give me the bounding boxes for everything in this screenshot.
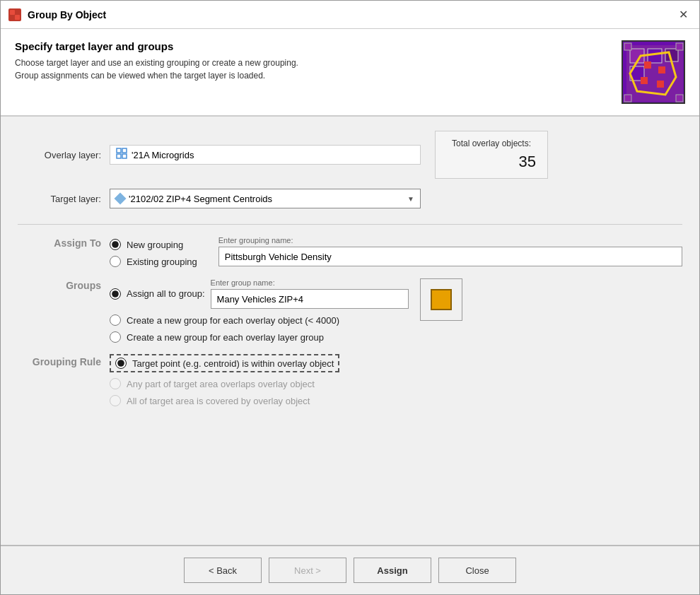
target-layer-label: Target layer: [18, 194, 110, 204]
svg-rect-14 [641, 77, 648, 84]
groups-section: Groups Assign all to group: Enter group … [18, 278, 682, 343]
header-image [622, 40, 685, 104]
chevron-down-icon: ▼ [407, 195, 414, 203]
overlay-count-box: Total overlay objects: 35 [435, 131, 548, 179]
new-layer-group-label[interactable]: Create a new group for each overlay laye… [127, 332, 324, 343]
main-content: Overlay layer: '21A Microgrids Total ove… [1, 117, 699, 545]
new-layer-group-radio-row: Create a new group for each overlay laye… [110, 331, 409, 343]
covered-rule-radio[interactable] [110, 395, 121, 406]
overlay-layer-value: '21A Microgrids [132, 150, 194, 160]
svg-rect-20 [117, 148, 121, 153]
close-dialog-button[interactable]: Close [438, 558, 516, 583]
header-text: Specify target layer and groups Choose t… [15, 40, 298, 82]
target-layer-value: '2102/02 ZIP+4 Segment Centroids [129, 194, 403, 204]
assign-all-radio[interactable] [110, 288, 121, 300]
footer: < Back Next > Assign Close [1, 545, 699, 594]
new-each-overlay-radio-row: Create a new group for each overlay obje… [110, 314, 409, 326]
app-icon [8, 8, 22, 22]
svg-rect-8 [648, 49, 662, 63]
groups-inner: Assign all to group: Enter group name: C… [110, 278, 682, 343]
svg-rect-4 [15, 15, 20, 20]
total-overlay-value: 35 [447, 153, 536, 171]
overlap-rule-radio-row: Any part of target area overlaps overlay… [110, 378, 682, 389]
svg-rect-3 [10, 15, 15, 20]
diamond-icon [115, 193, 127, 205]
divider-1 [18, 224, 682, 225]
groups-label: Groups [18, 278, 110, 343]
new-layer-group-radio[interactable] [110, 331, 121, 343]
assign-all-radio-row: Assign all to group: [110, 288, 205, 300]
overlap-rule-label: Any part of target area overlaps overlay… [127, 379, 315, 389]
svg-rect-15 [657, 81, 664, 88]
swatch-color [431, 289, 452, 310]
assign-to-section: Assign To New grouping Existing grouping [18, 236, 682, 267]
dialog-title: Group By Object [28, 9, 106, 20]
title-bar: Group By Object ✕ [1, 1, 699, 29]
close-button[interactable]: ✕ [675, 8, 692, 22]
header-icon-svg [623, 42, 685, 104]
grouping-rule-label: Grouping Rule [18, 354, 110, 406]
header-heading: Specify target layer and groups [15, 40, 298, 52]
assign-button[interactable]: Assign [354, 558, 431, 583]
centroid-rule-radio-row: Target point (e.g. centroid) is within o… [110, 354, 682, 372]
groups-content: Assign all to group: Enter group name: C… [110, 278, 682, 343]
new-grouping-radio-row: New grouping [110, 239, 197, 250]
svg-rect-1 [10, 10, 15, 15]
svg-rect-22 [117, 154, 121, 158]
svg-rect-18 [624, 95, 631, 102]
svg-rect-17 [676, 43, 683, 50]
svg-rect-21 [122, 148, 127, 153]
title-bar-left: Group By Object [8, 8, 106, 22]
assign-to-content: New grouping Existing grouping Enter gro… [110, 236, 682, 267]
target-layer-row: Target layer: '2102/02 ZIP+4 Segment Cen… [18, 189, 682, 208]
assign-all-label[interactable]: Assign all to group: [127, 288, 205, 299]
svg-rect-19 [676, 95, 683, 102]
covered-rule-radio-row: All of target area is covered by overlay… [110, 395, 682, 406]
grid-icon [116, 148, 127, 162]
centroid-rule-label[interactable]: Target point (e.g. centroid) is within o… [132, 358, 334, 369]
existing-grouping-radio-row: Existing grouping [110, 256, 197, 267]
grouping-rule-content: Target point (e.g. centroid) is within o… [110, 354, 682, 406]
grouping-name-area: Enter grouping name: [218, 236, 682, 266]
target-layer-select[interactable]: '2102/02 ZIP+4 Segment Centroids ▼ [110, 189, 421, 208]
svg-rect-12 [644, 61, 651, 69]
header-desc-line2: Group assignments can be viewed when the… [15, 69, 298, 82]
dialog-group-by-object: Group By Object ✕ Specify target layer a… [0, 0, 700, 595]
covered-rule-label: All of target area is covered by overlay… [127, 396, 310, 406]
existing-grouping-label[interactable]: Existing grouping [127, 257, 197, 267]
overlap-rule-radio[interactable] [110, 378, 121, 389]
overlay-layer-row: Overlay layer: '21A Microgrids Total ove… [18, 131, 682, 179]
new-grouping-radio[interactable] [110, 239, 121, 250]
centroid-rule-radio[interactable] [115, 358, 127, 369]
next-button[interactable]: Next > [269, 558, 346, 583]
grouping-name-input-label: Enter grouping name: [218, 236, 682, 245]
group-name-input[interactable] [211, 289, 409, 309]
grouping-name-input[interactable] [218, 247, 682, 266]
svg-rect-2 [15, 10, 20, 15]
back-button[interactable]: < Back [184, 558, 262, 583]
header-desc-line1: Choose target layer and use an existing … [15, 57, 298, 69]
new-each-overlay-label[interactable]: Create a new group for each overlay obje… [127, 315, 339, 326]
new-each-overlay-radio[interactable] [110, 314, 121, 326]
grouping-rule-section: Grouping Rule Target point (e.g. centroi… [18, 354, 682, 406]
new-grouping-label[interactable]: New grouping [127, 240, 183, 250]
overlay-layer-label: Overlay layer: [18, 150, 110, 160]
group-name-inline-area: Enter group name: [211, 278, 409, 309]
centroid-rule-dashed-box: Target point (e.g. centroid) is within o… [110, 354, 339, 372]
existing-grouping-radio[interactable] [110, 256, 121, 267]
header-section: Specify target layer and groups Choose t… [1, 29, 699, 117]
total-overlay-label: Total overlay objects: [447, 139, 536, 148]
color-swatch-button[interactable] [420, 278, 462, 321]
svg-rect-16 [624, 43, 631, 50]
group-name-input-label: Enter group name: [211, 278, 409, 287]
svg-rect-13 [658, 66, 665, 73]
assign-to-label: Assign To [18, 236, 110, 267]
overlay-layer-display: '21A Microgrids [110, 145, 421, 165]
svg-rect-23 [122, 154, 127, 158]
